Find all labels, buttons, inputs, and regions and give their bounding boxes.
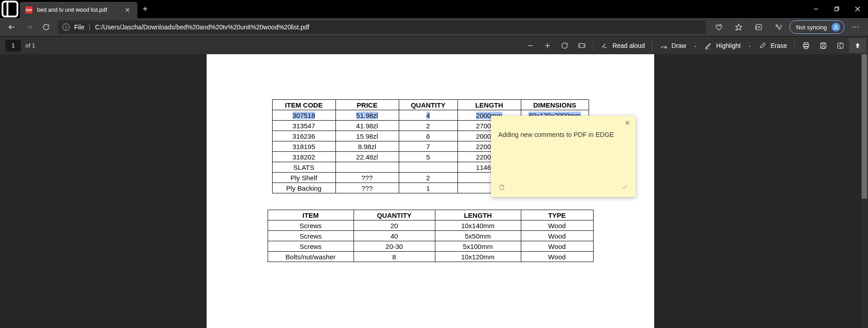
svg-rect-0: [3, 2, 18, 17]
svg-rect-28: [804, 42, 808, 44]
svg-rect-32: [822, 43, 825, 45]
erase-label: Erase: [770, 42, 787, 49]
address-bar-row: i File | C:/Users/Jascha/Downloads/bed%2…: [0, 18, 868, 36]
svg-rect-30: [804, 46, 808, 48]
url-path: C:/Users/Jascha/Downloads/bed%20and%20tv…: [95, 23, 309, 31]
col-item-code: ITEM CODE: [272, 100, 335, 110]
col-dimensions: DIMENSIONS: [521, 100, 589, 110]
url-scheme: File: [74, 23, 85, 31]
hardware-table: ITEM QUANTITY LENGTH TYPE Screws2010x140…: [268, 210, 594, 262]
svg-rect-33: [822, 46, 825, 48]
zoom-in-button[interactable]: [539, 38, 556, 53]
browser-tab[interactable]: PDF bed and tv unit wood list.pdf ✕: [20, 2, 137, 18]
comment-text[interactable]: Adding new comments to PDF in EDGE: [498, 131, 628, 138]
vertical-scrollbar[interactable]: [861, 54, 868, 328]
collections-icon[interactable]: [750, 20, 768, 34]
more-tools-button[interactable]: [832, 38, 849, 53]
profile-button[interactable]: Not syncing: [789, 20, 844, 34]
table-row: Bolts/nut/washer810x120mmWood: [268, 252, 593, 262]
pdf-comment-note[interactable]: ✕ Adding new comments to PDF in EDGE: [491, 116, 636, 197]
separator: [794, 41, 795, 51]
svg-marker-10: [736, 24, 742, 30]
minimize-button[interactable]: [806, 0, 826, 18]
page-total-label: of 1: [25, 42, 35, 49]
draw-label: Draw: [671, 42, 686, 49]
separator: [652, 41, 652, 51]
maximize-button[interactable]: [826, 0, 847, 18]
tab-title: bed and tv unit wood list.pdf: [37, 7, 118, 13]
url-separator: |: [89, 23, 91, 31]
share-icon[interactable]: [769, 20, 788, 34]
svg-rect-31: [821, 43, 826, 48]
address-bar[interactable]: i File | C:/Users/Jascha/Downloads/bed%2…: [58, 20, 706, 34]
svg-point-19: [835, 25, 837, 27]
zoom-out-button[interactable]: [522, 38, 539, 53]
site-info-icon[interactable]: i: [62, 23, 70, 31]
confirm-comment-button[interactable]: [621, 183, 628, 192]
table-header-row: ITEM CODE PRICE QUANTITY LENGTH DIMENSIO…: [272, 100, 589, 110]
forward-button[interactable]: [21, 20, 37, 34]
svg-rect-35: [500, 186, 504, 190]
col-length: LENGTH: [458, 100, 521, 110]
settings-menu-button[interactable]: [846, 20, 864, 34]
titlebar: PDF bed and tv unit wood list.pdf ✕ +: [0, 0, 868, 18]
close-comment-button[interactable]: ✕: [625, 119, 630, 127]
save-button[interactable]: [815, 38, 832, 53]
pdf-toolbar: of 1 Read aloud Draw ⌄ Highlight ⌄ Erase: [0, 36, 868, 54]
col-quantity: QUANTITY: [399, 100, 458, 110]
table-row: Screws405x50mmWood: [268, 231, 593, 241]
print-button[interactable]: [797, 38, 815, 53]
svg-rect-3: [835, 8, 838, 11]
pdf-icon: PDF: [25, 6, 33, 14]
highlight-dropdown[interactable]: ⌄: [745, 43, 754, 48]
page-number-input[interactable]: [5, 40, 21, 52]
sync-label: Not syncing: [796, 24, 827, 31]
new-tab-button[interactable]: +: [137, 5, 153, 14]
svg-point-20: [853, 27, 854, 28]
svg-rect-34: [838, 43, 843, 48]
close-tab-button[interactable]: ✕: [123, 6, 132, 14]
scrollbar-thumb[interactable]: [862, 54, 867, 199]
avatar-icon: [831, 23, 840, 32]
back-button[interactable]: [4, 20, 20, 34]
separator: [593, 41, 594, 51]
table-header-row: ITEM QUANTITY LENGTH TYPE: [268, 210, 593, 220]
favorites-icon[interactable]: [730, 20, 748, 34]
read-mode-icon[interactable]: [710, 20, 728, 34]
fit-page-button[interactable]: [573, 38, 590, 53]
draw-dropdown[interactable]: ⌄: [691, 43, 700, 48]
close-window-button[interactable]: [847, 0, 868, 18]
col-price: PRICE: [335, 100, 399, 110]
pin-toolbar-button[interactable]: [849, 38, 866, 53]
table-row: Screws2010x140mmWood: [268, 220, 593, 231]
svg-point-21: [855, 27, 856, 28]
svg-point-22: [857, 27, 858, 28]
delete-comment-button[interactable]: [498, 183, 505, 192]
highlight-label: Highlight: [716, 42, 741, 49]
tab-actions-icon[interactable]: [0, 0, 20, 19]
table-row: Screws20-305x100mmWood: [268, 241, 593, 252]
read-aloud-button[interactable]: Read aloud: [596, 38, 650, 53]
rotate-button[interactable]: [556, 38, 573, 53]
draw-button[interactable]: Draw: [655, 38, 691, 53]
pdf-viewport[interactable]: ITEM CODE PRICE QUANTITY LENGTH DIMENSIO…: [0, 54, 861, 328]
read-aloud-label: Read aloud: [613, 42, 645, 49]
refresh-button[interactable]: [38, 20, 54, 34]
erase-button[interactable]: Erase: [754, 38, 792, 53]
highlight-button[interactable]: Highlight: [700, 38, 745, 53]
